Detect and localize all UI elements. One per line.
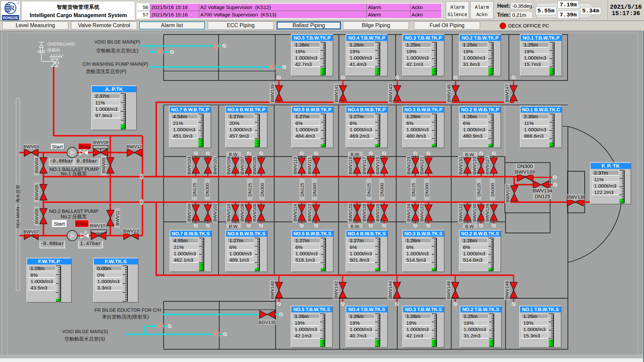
svg-text:空舱舱底水总管(左): 空舱舱底水总管(左) bbox=[96, 48, 138, 53]
svg-text:BWV101: BWV101 bbox=[213, 157, 218, 174]
svg-text:BWV09: BWV09 bbox=[101, 158, 106, 173]
svg-text:BWV129: BWV129 bbox=[472, 157, 477, 174]
svg-text:BWV102: BWV102 bbox=[213, 204, 218, 222]
svg-text:DN125: DN125 bbox=[411, 183, 416, 196]
svg-text:BWV114: BWV114 bbox=[293, 204, 298, 222]
svg-text:BWV111: BWV111 bbox=[307, 157, 312, 174]
svg-text:DN125: DN125 bbox=[247, 183, 252, 196]
svg-text:BWV140: BWV140 bbox=[270, 281, 275, 299]
svg-text:BWV12: BWV12 bbox=[127, 144, 142, 149]
svg-text:BWV05: BWV05 bbox=[34, 185, 39, 200]
svg-text:C/H WASHING PUMP MAIN(P): C/H WASHING PUMP MAIN(P) bbox=[82, 61, 148, 67]
svg-text:BWV11: BWV11 bbox=[115, 210, 120, 226]
svg-text:BWV110: BWV110 bbox=[226, 204, 231, 221]
svg-text:BWV137: BWV137 bbox=[505, 184, 510, 202]
svg-text:BWV138: BWV138 bbox=[567, 194, 585, 200]
svg-text:BWV10: BWV10 bbox=[90, 223, 105, 228]
svg-text:BWV124: BWV124 bbox=[406, 203, 411, 222]
svg-text:货舱清洗泵总管(P): 货舱清洗泵总管(P) bbox=[86, 69, 126, 74]
svg-text:DN300: DN300 bbox=[517, 163, 533, 169]
svg-text:B.W.: B.W. bbox=[229, 224, 239, 229]
svg-text:BWV03: BWV03 bbox=[23, 144, 39, 149]
svg-text:BWV105: BWV105 bbox=[252, 157, 257, 174]
svg-text:BWV133: BWV133 bbox=[515, 169, 535, 175]
svg-text:OVERBOARD: OVERBOARD bbox=[47, 42, 75, 47]
svg-text:No.1 压载泵: No.1 压载泵 bbox=[61, 171, 87, 176]
svg-text:BWV127: BWV127 bbox=[485, 157, 490, 174]
svg-text:BWV122: BWV122 bbox=[419, 204, 424, 222]
svg-text:BWV103: BWV103 bbox=[187, 157, 192, 174]
svg-text:BWV123: BWV123 bbox=[406, 157, 411, 174]
svg-text:DN300: DN300 bbox=[312, 183, 317, 196]
svg-text:BWV108: BWV108 bbox=[240, 204, 245, 222]
svg-text:B.W.: B.W. bbox=[465, 152, 475, 157]
svg-text:BWV145: BWV145 bbox=[447, 84, 452, 102]
svg-text:B.W.: B.W. bbox=[465, 224, 475, 229]
svg-text:BWV06: BWV06 bbox=[34, 208, 39, 224]
svg-text:BWV118: BWV118 bbox=[362, 204, 367, 221]
svg-text:BWV139: BWV139 bbox=[270, 84, 275, 102]
svg-text:BWV104: BWV104 bbox=[187, 203, 192, 222]
svg-text:BWV106: BWV106 bbox=[252, 204, 257, 222]
svg-text:BWV147: BWV147 bbox=[505, 84, 510, 102]
svg-text:BWV134: BWV134 bbox=[532, 188, 552, 193]
svg-text:DN125: DN125 bbox=[192, 183, 197, 196]
svg-text:BWV08: BWV08 bbox=[93, 140, 109, 145]
svg-text:BWV132: BWV132 bbox=[458, 204, 463, 222]
svg-text:B.W.: B.W. bbox=[351, 152, 360, 157]
svg-text:BWV13: BWV13 bbox=[123, 229, 139, 234]
svg-text:DN125: DN125 bbox=[366, 183, 371, 196]
svg-text:SEA MAIN - 海水总管: SEA MAIN - 海水总管 bbox=[15, 185, 20, 228]
svg-text:DN300: DN300 bbox=[260, 183, 265, 196]
svg-text:BWV146: BWV146 bbox=[446, 281, 451, 299]
svg-text:BGV135: BGV135 bbox=[258, 320, 276, 325]
svg-text:DN300: DN300 bbox=[205, 183, 210, 196]
svg-text:BWV07: BWV07 bbox=[23, 229, 39, 234]
svg-text:BWV113: BWV113 bbox=[293, 157, 298, 174]
svg-text:BWV144: BWV144 bbox=[388, 281, 393, 299]
svg-text:DN300: DN300 bbox=[490, 183, 495, 196]
svg-text:No.2 压载泵: No.2 压载泵 bbox=[61, 214, 87, 219]
svg-text:BWV117: BWV117 bbox=[362, 157, 367, 174]
svg-text:来自货舱清洗(喷射泵): 来自货舱清洗(喷射泵) bbox=[102, 314, 149, 319]
svg-text:BWV107: BWV107 bbox=[240, 157, 245, 174]
svg-text:BWV143: BWV143 bbox=[388, 84, 393, 102]
svg-text:BWV112: BWV112 bbox=[307, 204, 312, 221]
svg-text:B.W.: B.W. bbox=[229, 152, 239, 157]
svg-text:BWV121: BWV121 bbox=[419, 157, 424, 174]
svg-text:BWV130: BWV130 bbox=[472, 204, 477, 222]
svg-text:BWV128: BWV128 bbox=[485, 204, 490, 222]
svg-text:BWV115: BWV115 bbox=[375, 157, 380, 174]
svg-text:DN300: DN300 bbox=[424, 183, 429, 196]
svg-text:B.W.: B.W. bbox=[351, 224, 360, 229]
svg-text:DN125: DN125 bbox=[476, 183, 481, 196]
svg-text:BWV109: BWV109 bbox=[226, 157, 231, 174]
svg-text:BWV120: BWV120 bbox=[348, 204, 353, 222]
svg-text:FR BILGE EDUCTOR FOR C/H: FR BILGE EDUCTOR FOR C/H bbox=[95, 307, 161, 313]
svg-text:VOID BILGE MAIN(P): VOID BILGE MAIN(P) bbox=[95, 39, 140, 45]
svg-text:BWV142: BWV142 bbox=[334, 281, 339, 299]
svg-text:BWV116: BWV116 bbox=[375, 204, 380, 221]
svg-text:DN125: DN125 bbox=[300, 183, 305, 196]
svg-text:排舷外: 排舷外 bbox=[47, 48, 60, 53]
svg-text:BWV141: BWV141 bbox=[334, 84, 339, 102]
svg-text:DN125: DN125 bbox=[535, 193, 550, 199]
svg-text:BWV119: BWV119 bbox=[348, 157, 353, 174]
svg-text:VOID BILGE MAIN(S): VOID BILGE MAIN(S) bbox=[62, 329, 108, 334]
svg-text:BWV148: BWV148 bbox=[505, 281, 510, 299]
svg-text:BWV04: BWV04 bbox=[34, 158, 39, 173]
svg-text:空舱舱底水总管(S): 空舱舱底水总管(S) bbox=[65, 336, 105, 342]
svg-text:NO.2 BALLAST PUMP: NO.2 BALLAST PUMP bbox=[49, 208, 98, 214]
svg-text:BWV131: BWV131 bbox=[458, 157, 463, 174]
svg-text:DN300: DN300 bbox=[379, 183, 385, 196]
